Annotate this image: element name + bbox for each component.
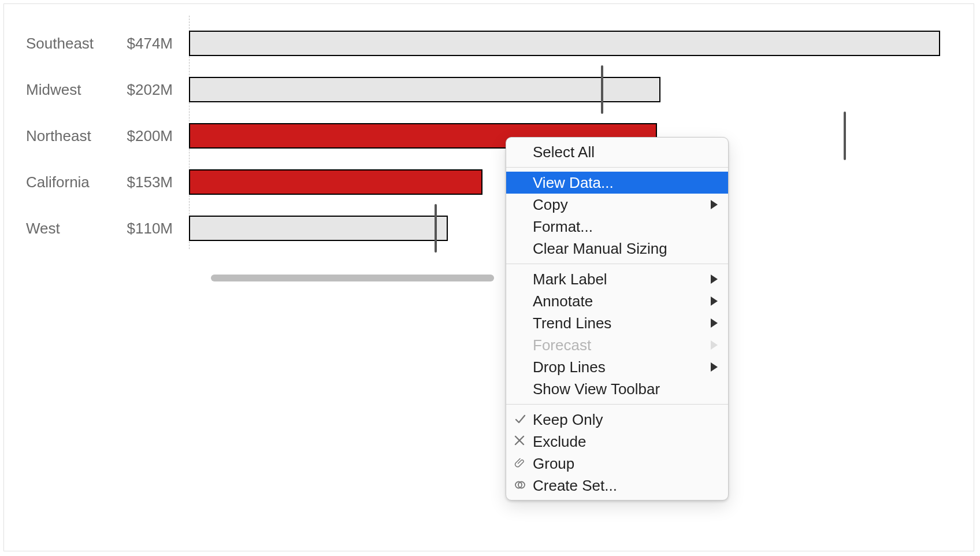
menu-mark-label[interactable]: Mark Label bbox=[506, 268, 728, 290]
value-label: $153M bbox=[122, 173, 185, 191]
menu-view-data[interactable]: View Data... bbox=[506, 172, 728, 194]
submenu-arrow-icon bbox=[711, 275, 718, 284]
menu-item-label: Create Set... bbox=[533, 477, 617, 494]
menu-item-label: Group bbox=[533, 455, 574, 472]
svg-marker-1 bbox=[711, 275, 718, 284]
menu-item-label: Forecast bbox=[533, 336, 591, 354]
bar-midwest[interactable] bbox=[189, 77, 660, 102]
menu-item-label: Select All bbox=[533, 143, 595, 161]
value-label: $200M bbox=[122, 127, 185, 145]
bar-california[interactable] bbox=[189, 169, 482, 195]
menu-keep-only[interactable]: Keep Only bbox=[506, 409, 728, 431]
chart-row-midwest[interactable]: Midwest $202M bbox=[25, 66, 966, 113]
menu-item-label: Show View Toolbar bbox=[533, 380, 660, 398]
menu-item-label: Format... bbox=[533, 218, 593, 235]
menu-item-label: Drop Lines bbox=[533, 358, 606, 376]
menu-clear-manual-sizing[interactable]: Clear Manual Sizing bbox=[506, 238, 728, 260]
svg-marker-4 bbox=[711, 340, 718, 350]
submenu-arrow-icon bbox=[711, 362, 718, 372]
menu-item-label: View Data... bbox=[533, 174, 614, 191]
value-label: $474M bbox=[122, 35, 185, 53]
submenu-arrow-icon bbox=[711, 200, 718, 209]
menu-copy[interactable]: Copy bbox=[506, 194, 728, 216]
category-label: Midwest bbox=[25, 81, 122, 99]
context-menu: Select All View Data... Copy Format... C… bbox=[506, 137, 729, 501]
plot-cell bbox=[185, 66, 966, 113]
scrollbar-thumb[interactable] bbox=[211, 275, 494, 281]
paperclip-icon bbox=[514, 457, 527, 470]
menu-annotate[interactable]: Annotate bbox=[506, 290, 728, 312]
menu-group[interactable]: Group bbox=[506, 453, 728, 475]
set-icon bbox=[514, 479, 527, 492]
menu-separator bbox=[506, 167, 728, 168]
menu-item-label: Trend Lines bbox=[533, 314, 611, 332]
menu-item-label: Clear Manual Sizing bbox=[533, 240, 667, 257]
menu-item-label: Mark Label bbox=[533, 270, 607, 288]
chart-row-northeast[interactable]: Northeast $200M bbox=[25, 113, 966, 159]
menu-item-label: Keep Only bbox=[533, 411, 603, 428]
bar-west[interactable] bbox=[189, 216, 448, 241]
svg-marker-5 bbox=[711, 362, 718, 372]
menu-select-all[interactable]: Select All bbox=[506, 141, 728, 163]
category-label: California bbox=[25, 173, 122, 191]
svg-marker-0 bbox=[711, 200, 718, 209]
reference-mark bbox=[844, 112, 846, 160]
submenu-arrow-icon bbox=[711, 318, 718, 328]
menu-drop-lines[interactable]: Drop Lines bbox=[506, 356, 728, 378]
menu-trend-lines[interactable]: Trend Lines bbox=[506, 312, 728, 334]
submenu-arrow-icon bbox=[711, 340, 718, 350]
value-label: $110M bbox=[122, 220, 185, 238]
svg-marker-2 bbox=[711, 296, 718, 306]
bar-southeast[interactable] bbox=[189, 31, 940, 56]
reference-mark bbox=[435, 204, 437, 253]
menu-create-set[interactable]: Create Set... bbox=[506, 475, 728, 496]
plot-cell bbox=[185, 20, 966, 66]
bar-chart: Southeast $474M Midwest $202M Northeast … bbox=[25, 20, 966, 251]
menu-separator bbox=[506, 264, 728, 264]
menu-forecast: Forecast bbox=[506, 334, 728, 356]
category-label: West bbox=[25, 220, 122, 238]
chart-row-california[interactable]: California $153M bbox=[25, 159, 966, 205]
check-icon bbox=[514, 413, 527, 426]
viz-panel: Southeast $474M Midwest $202M Northeast … bbox=[3, 3, 974, 551]
reference-mark bbox=[601, 65, 603, 114]
svg-marker-3 bbox=[711, 318, 718, 328]
x-icon bbox=[514, 435, 527, 448]
chart-row-southeast[interactable]: Southeast $474M bbox=[25, 20, 966, 66]
category-label: Southeast bbox=[25, 35, 122, 53]
menu-show-view-toolbar[interactable]: Show View Toolbar bbox=[506, 378, 728, 400]
menu-format[interactable]: Format... bbox=[506, 216, 728, 238]
category-label: Northeast bbox=[25, 127, 122, 145]
menu-item-label: Copy bbox=[533, 196, 568, 213]
submenu-arrow-icon bbox=[711, 296, 718, 306]
menu-separator bbox=[506, 404, 728, 405]
menu-item-label: Exclude bbox=[533, 433, 586, 450]
menu-exclude[interactable]: Exclude bbox=[506, 431, 728, 453]
menu-item-label: Annotate bbox=[533, 292, 593, 310]
chart-row-west[interactable]: West $110M bbox=[25, 205, 966, 251]
value-label: $202M bbox=[122, 81, 185, 99]
